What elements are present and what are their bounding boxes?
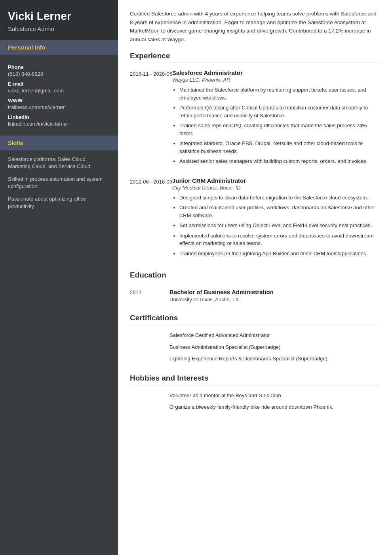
email-value: vicki.j.lerner@gmail.com [8,88,110,94]
hobby-entry-1: Volunteer as a mentor at the Boys and Gi… [130,392,380,400]
linkedin-label: LinkedIn [8,114,110,120]
bullet: Designed scripts to clean data before mi… [179,194,380,202]
bullet: Created and maintained user profiles, wo… [179,204,380,219]
experience-section-title: Experience [130,52,380,63]
phone-label: Phone [8,64,110,70]
exp-company-2: City Medical Center, Boise, ID [172,185,380,191]
exp-details-2: Junior CRM Administrator City Medical Ce… [172,177,380,260]
edu-school-1: University of Texas, Austin, TX [169,297,274,302]
education-section: Education 2012 Bachelor of Business Admi… [130,271,380,302]
skill-item-3: Passionate about optimizing office produ… [8,195,110,210]
exp-bullets-2: Designed scripts to clean data before mi… [172,194,380,258]
exp-bullets-1: Maintained the Salesforce platform by mo… [172,86,380,165]
www-value: trailhead.com/me/vlerner [8,104,110,110]
hobby-entry-2: Organize a biweekly family-friendly bike… [130,403,380,411]
cert-text-2: Business Administration Specialist (Supe… [169,343,280,351]
certifications-section: Certifications Salesforce Certified Adva… [130,314,380,363]
bullet: Maintained the Salesforce platform by mo… [179,86,380,101]
cert-entry-3: Lightning Experience Reports & Dashboard… [130,355,380,363]
sidebar-header: Vicki Lerner Salesforce Admin [0,0,118,40]
experience-entry-2: 2012-06 - 2016-09 Junior CRM Administrat… [130,177,380,260]
certifications-section-title: Certifications [130,314,380,325]
hobby-text-1: Volunteer as a mentor at the Boys and Gi… [169,392,282,400]
hobbies-section-title: Hobbies and Interests [130,374,380,385]
edu-details-1: Bachelor of Business Administration Univ… [169,289,274,302]
phone-value: (618) 348-8828 [8,71,110,77]
skills-content: Salesforce platforms: Sales Cloud, Marke… [0,150,118,218]
main-content: Certified Salesforce admin with 4 years … [118,0,392,555]
cert-text-3: Lightning Experience Reports & Dashboard… [169,355,327,363]
bullet: Integrated Marketo, Oracle EBS, Drupal, … [179,140,380,155]
exp-company-1: Waygo LLC, Phoenix, AR [172,77,380,83]
personal-info-content: Phone (618) 348-8828 E-mail vicki.j.lern… [0,55,118,129]
skill-item-1: Salesforce platforms: Sales Cloud, Marke… [8,156,110,170]
hobbies-section: Hobbies and Interests Volunteer as a men… [130,374,380,411]
bullet: Trained employees on the Lightning App B… [179,250,380,258]
edu-degree-1: Bachelor of Business Administration [169,289,274,295]
linkedin-value: linkedin.com/in/vicki-lerner [8,121,110,127]
exp-dates-1: 2016-11 - 2020-06 [130,69,172,168]
skill-item-2: Skilled in process automation and system… [8,176,110,190]
candidate-title: Salesforce Admin [8,25,110,32]
cert-text-1: Salesforce Certified Advanced Administra… [169,331,270,339]
bullet: Performed QA testing after Critical Upda… [179,104,380,119]
bullet: Implemented solutions to resolve system … [179,232,380,247]
bullet: Assisted senior sales managers with buil… [179,157,380,165]
sidebar: Vicki Lerner Salesforce Admin Personal I… [0,0,118,555]
bullet: Set permissions for users using Object-L… [179,222,380,230]
personal-info-section-title: Personal Info [0,40,118,55]
bullet: Trained sales reps on CPQ, creating effi… [179,122,380,137]
education-entry-1: 2012 Bachelor of Business Administration… [130,289,380,302]
experience-entry-1: 2016-11 - 2020-06 Salesforce Administrat… [130,69,380,168]
summary-text: Certified Salesforce admin with 4 years … [130,10,380,44]
cert-entry-2: Business Administration Specialist (Supe… [130,343,380,351]
exp-details-1: Salesforce Administrator Waygo LLC, Phoe… [172,69,380,168]
exp-dates-2: 2012-06 - 2016-09 [130,177,172,260]
skills-section-title: Skills [0,136,118,150]
exp-job-title-2: Junior CRM Administrator [172,177,380,184]
www-label: WWW [8,98,110,103]
experience-section: Experience 2016-11 - 2020-06 Salesforce … [130,52,380,260]
candidate-name: Vicki Lerner [8,10,110,23]
edu-year-1: 2012 [130,289,169,302]
cert-entry-1: Salesforce Certified Advanced Administra… [130,331,380,339]
education-section-title: Education [130,271,380,282]
email-label: E-mail [8,81,110,87]
hobby-text-2: Organize a biweekly family-friendly bike… [169,403,333,411]
exp-job-title-1: Salesforce Administrator [172,69,380,76]
